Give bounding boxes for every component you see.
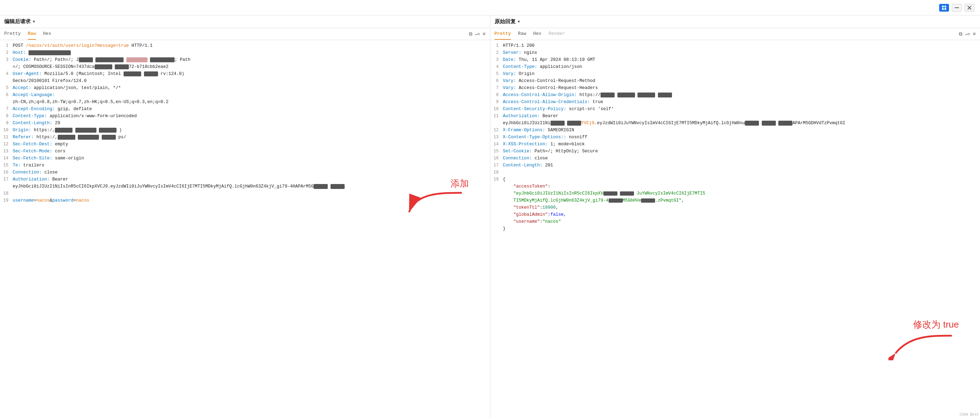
r-line-3: 3 Date: Thu, 11 Apr 2024 08:13:19 GMT xyxy=(490,56,980,64)
left-menu-icon[interactable]: ≡ xyxy=(483,31,485,37)
code-line-16: 16 Connection: close xyxy=(0,169,490,176)
r-line-5: 5 Vary: Origin xyxy=(490,70,980,78)
right-code-area[interactable]: 1 HTTP/1.1 200 2 Server: nginx 3 Date: T… xyxy=(490,40,980,418)
r-line-11b: eyJhbGci0iJIUzI1Ni YVCj9.eyJzdWIi0iJuYWN… xyxy=(490,120,980,127)
svg-rect-1 xyxy=(945,6,946,7)
code-line-6: 6 Accept-Language: xyxy=(0,92,490,99)
r-line-7: 7 Vary: Access-Control-Request-Headers xyxy=(490,84,980,92)
code-line-14: 14 Sec-Fetch-Site: same-origin xyxy=(0,155,490,162)
r-line-1: 1 HTTP/1.1 200 xyxy=(490,42,980,49)
r-line-24: "globalAdmin":false, xyxy=(490,211,980,218)
minimize-icon[interactable] xyxy=(952,4,962,12)
right-panel-title: 原始回复 xyxy=(495,18,516,25)
code-line-3b: =/; COSMOSOURCE-SESSION=7437dca 72-b718c… xyxy=(0,64,490,70)
left-panel: 编辑后请求 ▼ Pretty Raw Hex ⧉ ↵n ≡ 1 POST /na… xyxy=(0,16,490,418)
code-line-15: 15 Te: trailers xyxy=(0,162,490,169)
code-line-8: 8 Content-Type: application/x-www-form-u… xyxy=(0,113,490,120)
r-line-9: 9 Access-Control-Allow-Credentials: true xyxy=(490,99,980,106)
code-line-3: 3 Cookie: Path=/; Path=/; J 6D1C1A022177… xyxy=(0,56,490,64)
code-line-4: 4 User-Agent: Mozilla/5.0 (Macintosh; In… xyxy=(0,70,490,78)
left-code-area[interactable]: 1 POST /nacos/v1/auth/users/login?messag… xyxy=(0,40,490,418)
left-ln-icon[interactable]: ↵n xyxy=(475,32,480,36)
right-panel-header: 原始回复 ▼ xyxy=(490,16,980,28)
right-panel: 原始回复 ▼ Pretty Raw Hex Render ⧉ ↵n ≡ 1 HT… xyxy=(490,16,980,418)
r-line-2: 2 Server: nginx xyxy=(490,49,980,56)
right-panel-tabs: Pretty Raw Hex Render ⧉ ↵n ≡ xyxy=(490,28,980,40)
r-line-26: } xyxy=(490,225,980,232)
left-tab-actions: ⧉ ↵n ≡ xyxy=(469,31,486,37)
r-line-18: 18 xyxy=(490,169,980,176)
left-panel-dropdown[interactable]: ▼ xyxy=(33,20,35,24)
svg-rect-3 xyxy=(945,8,946,10)
code-line-4b: Gecko/20100101 Firefox/124.0 xyxy=(0,78,490,84)
right-panel-dropdown[interactable]: ▼ xyxy=(518,20,520,24)
r-line-20: "accessToken": xyxy=(490,183,980,190)
tab-left-hex[interactable]: Hex xyxy=(43,28,51,40)
code-line-17b: eyJhbGci0iJIUzI1NiIsInR5cCI6IkpXVCJ9.eyJ… xyxy=(0,183,490,190)
main-content: 编辑后请求 ▼ Pretty Raw Hex ⧉ ↵n ≡ 1 POST /na… xyxy=(0,16,980,418)
code-line-13: 13 Sec-Fetch-Mode: cors xyxy=(0,148,490,155)
r-line-23: "tokenTtl":18000, xyxy=(490,204,980,211)
r-line-13: 13 X-Content-Type-Options:: nosniff xyxy=(490,134,980,141)
right-tab-actions: ⧉ ↵n ≡ xyxy=(959,31,976,37)
r-line-8: 8 Access-Control-Allow-Origin: https:// xyxy=(490,92,980,99)
r-line-10: 10 Content-Security-Policy: script-src '… xyxy=(490,106,980,113)
svg-rect-4 xyxy=(955,7,959,8)
code-line-11: 11 Referer: https:/, ps/ xyxy=(0,134,490,141)
code-line-19: 19 username=nacos&password=nacos xyxy=(0,197,490,204)
right-menu-icon[interactable]: ≡ xyxy=(973,31,976,37)
code-line-10: 10 Origin: https:/, ) xyxy=(0,127,490,134)
code-line-7: 7 Accept-Encoding: gzip, deflate xyxy=(0,106,490,113)
top-bar xyxy=(0,0,980,16)
code-line-9: 9 Content-Length: 29 xyxy=(0,120,490,127)
r-line-19: 19 { xyxy=(490,176,980,183)
r-line-6: 6 Vary: Access-Control-Request-Method xyxy=(490,78,980,84)
code-line-17: 17 Authorization: Bearer xyxy=(0,176,490,183)
close-icon[interactable] xyxy=(964,4,974,12)
code-line-18: 18 xyxy=(0,190,490,197)
window-controls xyxy=(939,4,980,12)
r-line-12: 12 X-Frame-Options: SAMEORIGIN xyxy=(490,127,980,134)
tab-right-raw[interactable]: Raw xyxy=(518,28,526,40)
r-line-14: 14 X-XSS-Protection: 1; mode=block xyxy=(490,141,980,148)
tab-left-pretty[interactable]: Pretty xyxy=(4,28,21,40)
tab-right-render[interactable]: Render xyxy=(549,28,565,40)
code-line-6b: zh-CN,zh;q=0.8,zh-TW;q=0.7,zh-HK;q=0.5,e… xyxy=(0,99,490,106)
r-line-11: 11 Authorization: Bearer xyxy=(490,113,980,120)
right-ln-icon[interactable]: ↵n xyxy=(965,32,970,36)
r-line-16: 16 Connection: close xyxy=(490,155,980,162)
left-panel-title: 编辑后请求 xyxy=(4,18,30,25)
svg-rect-2 xyxy=(942,8,944,10)
tab-left-raw[interactable]: Raw xyxy=(28,28,36,40)
tile-icon[interactable] xyxy=(939,4,949,12)
r-line-17: 17 Content-Length: 201 xyxy=(490,162,980,169)
tab-right-pretty[interactable]: Pretty xyxy=(495,28,511,40)
r-line-21: "eyJhbGci0iJIUzI1NiIsInR5cCI6IkpXV JuYWN… xyxy=(490,190,980,197)
left-panel-tabs: Pretty Raw Hex ⧉ ↵n ≡ xyxy=(0,28,490,40)
tab-right-hex[interactable]: Hex xyxy=(533,28,541,40)
watermark: CSDN @xxx xyxy=(959,413,978,416)
r-line-25: "username":"nacos" xyxy=(490,218,980,225)
code-line-1: 1 POST /nacos/v1/auth/users/login?messag… xyxy=(0,42,490,49)
left-panel-header: 编辑后请求 ▼ xyxy=(0,16,490,28)
r-line-15: 15 Set-Cookie: Path=/; HttpOnly; Secure xyxy=(490,148,980,155)
r-line-4: 4 Content-Type: application/json xyxy=(490,64,980,70)
code-line-2: 2 Host: xyxy=(0,49,490,56)
left-copy-icon[interactable]: ⧉ xyxy=(469,31,473,37)
svg-rect-0 xyxy=(942,6,944,7)
right-copy-icon[interactable]: ⧉ xyxy=(959,31,963,37)
code-line-5: 5 Accept: application/json, text/plain, … xyxy=(0,84,490,92)
code-line-12: 12 Sec-Fetch-Dest: empty xyxy=(0,141,490,148)
r-line-22: TI5MDkyMjAifQ.lcGjhW0n63Z4kjV_gi79-4M5Gb… xyxy=(490,197,980,204)
